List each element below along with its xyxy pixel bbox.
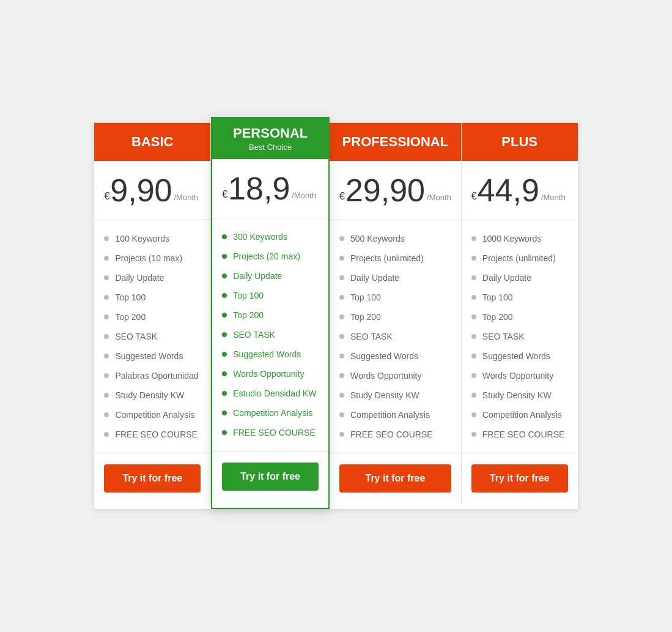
feature-label: SEO TASK	[233, 330, 275, 340]
feature-bullet	[339, 275, 344, 280]
feature-bullet	[339, 432, 344, 437]
feature-label: Top 100	[482, 292, 513, 302]
feature-label: Study Density KW	[350, 390, 419, 400]
feature-bullet	[222, 273, 227, 278]
feature-bullet	[222, 352, 227, 357]
feature-label: Top 100	[115, 292, 146, 302]
plan-personal: PERSONALBest Choice€18,9/Month300 Keywor…	[211, 117, 330, 509]
feature-label: 100 Keywords	[115, 234, 169, 244]
feature-label: Palabras Oportunidad	[115, 371, 198, 381]
feature-item: Daily Update	[104, 268, 201, 288]
try-free-button-professional[interactable]: Try it for free	[339, 464, 451, 493]
feature-label: Projects (10 max)	[115, 253, 182, 263]
plan-header-plus: PLUS	[462, 123, 578, 161]
plan-action-basic: Try it for free	[94, 453, 210, 504]
plan-subtitle-personal: Best Choice	[218, 143, 322, 152]
feature-bullet	[339, 236, 344, 241]
feature-bullet	[471, 256, 476, 261]
feature-label: 500 Keywords	[350, 234, 405, 244]
feature-bullet	[104, 432, 109, 437]
feature-bullet	[339, 412, 344, 417]
try-free-button-basic[interactable]: Try it for free	[104, 464, 201, 493]
feature-label: Competition Analysis	[482, 410, 562, 420]
feature-label: Daily Update	[115, 273, 164, 283]
feature-label: Projects (unlimited)	[482, 253, 556, 263]
feature-bullet	[339, 354, 344, 359]
feature-item: Daily Update	[471, 268, 568, 288]
feature-item: Top 100	[471, 288, 568, 307]
feature-label: SEO TASK	[115, 332, 157, 341]
feature-item: Top 200	[222, 305, 319, 325]
price-period-basic: /Month	[174, 193, 199, 201]
try-free-button-plus[interactable]: Try it for free	[471, 464, 568, 493]
feature-label: Words Opportunity	[350, 371, 421, 381]
feature-item: Study Density KW	[339, 385, 451, 405]
feature-bullet	[471, 354, 476, 359]
feature-item: FREE SEO COURSE	[222, 423, 319, 442]
feature-label: Estudio Densidad KW	[233, 388, 316, 398]
feature-item: FREE SEO COURSE	[339, 425, 451, 444]
feature-bullet	[471, 275, 476, 280]
feature-item: Top 100	[104, 288, 201, 307]
feature-label: Top 100	[233, 291, 264, 300]
feature-item: Daily Update	[339, 268, 451, 288]
feature-label: Top 200	[482, 312, 513, 322]
plan-price-basic: €9,90/Month	[94, 161, 210, 220]
price-currency-plus: €	[471, 191, 477, 201]
feature-bullet	[104, 373, 109, 378]
plan-price-personal: €18,9/Month	[212, 159, 328, 218]
feature-bullet	[471, 412, 476, 417]
feature-item: SEO TASK	[339, 327, 451, 346]
plan-professional: PROFESSIONAL€29,90/Month500 KeywordsProj…	[330, 123, 462, 504]
plan-basic: BASIC€9,90/Month100 KeywordsProjects (10…	[94, 123, 211, 504]
feature-label: Words Opportunity	[482, 371, 553, 381]
plan-name-plus: PLUS	[501, 134, 537, 149]
feature-label: Competition Analysis	[233, 408, 312, 418]
feature-bullet	[222, 430, 227, 435]
feature-bullet	[339, 295, 344, 300]
feature-bullet	[104, 412, 109, 417]
feature-label: Competition Analysis	[350, 410, 430, 420]
feature-bullet	[222, 371, 227, 376]
feature-bullet	[104, 354, 109, 359]
try-free-button-personal[interactable]: Try it for free	[222, 463, 319, 491]
plan-plus: PLUS€44,9/Month1000 KeywordsProjects (un…	[462, 123, 578, 504]
plan-price-plus: €44,9/Month	[462, 161, 578, 220]
feature-item: Competition Analysis	[339, 405, 451, 425]
feature-label: Study Density KW	[115, 390, 184, 400]
price-period-plus: /Month	[541, 193, 566, 201]
feature-bullet	[339, 393, 344, 398]
feature-item: Top 200	[471, 307, 568, 327]
feature-item: SEO TASK	[104, 327, 201, 346]
plan-name-professional: PROFESSIONAL	[342, 134, 449, 149]
feature-bullet	[104, 275, 109, 280]
feature-item: Estudio Densidad KW	[222, 384, 319, 403]
feature-label: Projects (20 max)	[233, 251, 300, 261]
feature-label: Top 100	[350, 292, 381, 302]
feature-bullet	[222, 293, 227, 298]
feature-bullet	[222, 332, 227, 337]
feature-label: FREE SEO COURSE	[233, 428, 316, 437]
plan-action-plus: Try it for free	[462, 453, 578, 504]
feature-bullet	[104, 295, 109, 300]
plan-header-professional: PROFESSIONAL	[330, 123, 461, 161]
feature-label: Study Density KW	[482, 390, 552, 400]
feature-label: FREE SEO COURSE	[350, 429, 433, 439]
price-currency-personal: €	[222, 190, 227, 199]
feature-bullet	[222, 254, 227, 259]
feature-label: FREE SEO COURSE	[115, 429, 198, 439]
feature-bullet	[471, 236, 476, 241]
feature-item: 500 Keywords	[339, 229, 451, 248]
feature-label: SEO TASK	[350, 332, 393, 341]
plan-header-basic: BASIC	[94, 123, 210, 161]
feature-item: Projects (20 max)	[222, 247, 319, 266]
feature-item: SEO TASK	[471, 327, 568, 346]
plan-price-professional: €29,90/Month	[330, 161, 461, 220]
feature-bullet	[222, 313, 227, 318]
price-amount-plus: 44,9	[478, 174, 539, 206]
feature-label: Words Opportunity	[233, 369, 304, 379]
feature-item: Words Opportunity	[339, 366, 451, 385]
feature-item: 100 Keywords	[104, 229, 201, 248]
feature-item: Top 200	[104, 307, 201, 327]
feature-item: Suggested Words	[471, 346, 568, 366]
